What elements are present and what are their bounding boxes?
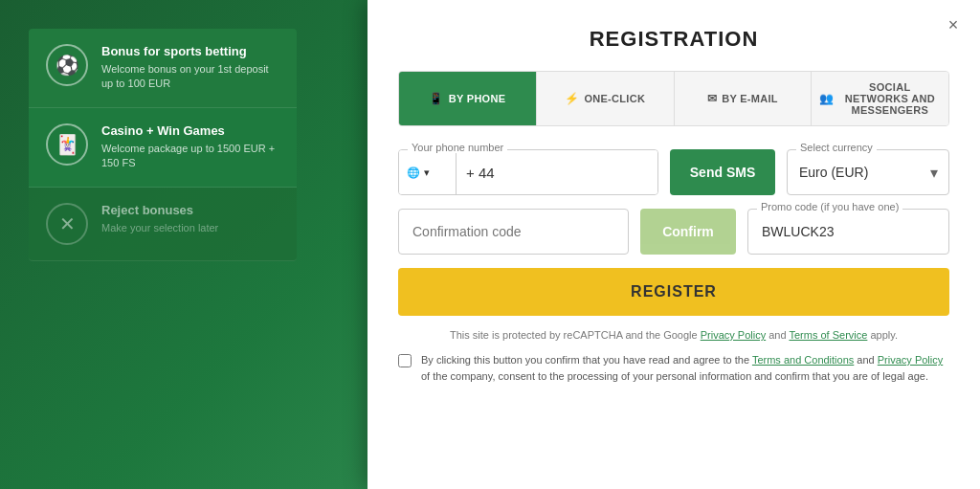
modal-title: REGISTRATION — [398, 27, 949, 52]
currency-select-wrapper: Select currency Euro (EUR) USD GBP BTC ▾ — [787, 149, 949, 195]
lightning-tab-icon: ⚡ — [565, 92, 579, 105]
captcha-privacy-link[interactable]: Privacy Policy — [701, 329, 766, 341]
promo-label: Promo code (if you have one) — [757, 201, 902, 212]
phone-input-group: Your phone number 🌐 ▾ — [398, 149, 658, 195]
tab-by-phone-label: BY PHONE — [449, 93, 506, 104]
phone-tab-icon: 📱 — [429, 92, 443, 105]
tab-social-label: SOCIAL NETWORKS AND MESSENGERS — [839, 81, 941, 116]
close-button[interactable]: × — [942, 13, 965, 36]
tab-by-email[interactable]: ✉ BY E-MAIL — [675, 72, 813, 125]
reject-icon: ✕ — [46, 203, 88, 245]
terms-conditions-link[interactable]: Terms and Conditions — [752, 354, 854, 366]
confirm-button[interactable]: Confirm — [640, 209, 736, 255]
social-tab-icon: 👥 — [819, 92, 834, 105]
email-tab-icon: ✉ — [707, 92, 717, 105]
terms-text: By clicking this button you confirm that… — [421, 352, 949, 384]
terms-row: By clicking this button you confirm that… — [398, 352, 949, 384]
cards-icon: 🃏 — [46, 123, 88, 166]
terms-suffix: of the company, consent to the processin… — [421, 370, 928, 382]
tab-one-click-label: ONE-CLICK — [584, 93, 645, 104]
sidebar-item-casino[interactable]: 🃏 Casino + Win Games Welcome package up … — [29, 108, 297, 188]
terms-privacy-link[interactable]: Privacy Policy — [878, 354, 943, 366]
sidebar-bonus-title: Bonus for sports betting — [101, 44, 279, 58]
sidebar-item-bonus-sports[interactable]: ⚽ Bonus for sports betting Welcome bonus… — [29, 29, 297, 108]
confirmation-promo-row: Confirm Promo code (if you have one) — [398, 209, 949, 255]
sidebar-bonus-text: Bonus for sports betting Welcome bonus o… — [101, 44, 279, 92]
registration-tabs: 📱 BY PHONE ⚡ ONE-CLICK ✉ BY E-MAIL 👥 SOC… — [398, 71, 949, 126]
tab-one-click[interactable]: ⚡ ONE-CLICK — [537, 72, 675, 125]
promo-input-wrapper: Promo code (if you have one) — [747, 209, 949, 255]
sidebar-reject-desc: Make your selection later — [101, 221, 218, 235]
register-button[interactable]: REGISTER — [398, 268, 949, 316]
tab-by-email-label: BY E-MAIL — [722, 93, 778, 104]
sidebar-reject-text: Reject bonuses Make your selection later — [101, 203, 218, 235]
tab-by-phone[interactable]: 📱 BY PHONE — [399, 72, 537, 125]
captcha-terms-link[interactable]: Terms of Service — [789, 329, 867, 341]
captcha-notice: This site is protected by reCAPTCHA and … — [398, 329, 949, 341]
phone-number-input[interactable] — [457, 150, 657, 194]
sidebar-bonus-desc: Welcome bonus on your 1st deposit up to … — [101, 62, 279, 92]
send-sms-button[interactable]: Send SMS — [670, 149, 775, 195]
confirmation-code-input[interactable] — [398, 209, 629, 255]
tab-social-networks[interactable]: 👥 SOCIAL NETWORKS AND MESSENGERS — [812, 72, 948, 125]
currency-select[interactable]: Euro (EUR) USD GBP BTC — [787, 149, 949, 195]
phone-currency-row: Your phone number 🌐 ▾ Send SMS Select cu… — [398, 149, 949, 195]
sidebar-casino-desc: Welcome package up to 1500 EUR + 150 FS — [101, 142, 279, 171]
phone-flag-selector[interactable]: 🌐 ▾ — [399, 150, 457, 194]
captcha-apply: apply. — [870, 329, 898, 341]
soccer-ball-icon: ⚽ — [46, 44, 88, 86]
captcha-text: This site is protected by reCAPTCHA and … — [450, 329, 698, 341]
sidebar-item-reject[interactable]: ✕ Reject bonuses Make your selection lat… — [29, 188, 297, 261]
sidebar-casino-title: Casino + Win Games — [101, 123, 279, 138]
promo-code-input[interactable] — [747, 209, 949, 255]
sidebar-casino-text: Casino + Win Games Welcome package up to… — [101, 123, 279, 171]
terms-checkbox[interactable] — [398, 354, 412, 367]
captcha-and: and — [768, 329, 786, 341]
terms-and: and — [857, 354, 877, 366]
flag-icon: 🌐 — [407, 167, 420, 179]
terms-prefix: By clicking this button you confirm that… — [421, 354, 749, 366]
flag-chevron: ▾ — [424, 167, 430, 179]
sidebar: ⚽ Bonus for sports betting Welcome bonus… — [29, 29, 297, 261]
registration-modal: × REGISTRATION 📱 BY PHONE ⚡ ONE-CLICK ✉ … — [368, 0, 980, 489]
currency-label: Select currency — [796, 142, 877, 153]
phone-input-wrapper: 🌐 ▾ — [398, 149, 658, 195]
sidebar-reject-title: Reject bonuses — [101, 203, 218, 217]
phone-label: Your phone number — [408, 142, 507, 153]
